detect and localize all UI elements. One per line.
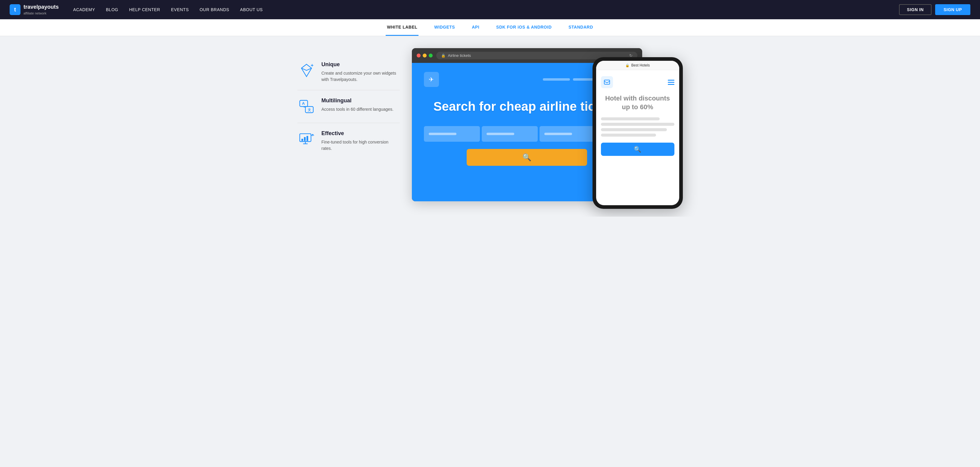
main-content: Unique Create and customize your own wid… — [279, 36, 701, 217]
feature-unique: Unique Create and customize your own wid… — [298, 54, 400, 90]
placeholder-3 — [544, 133, 572, 135]
mobile-inner: 🔒 Best Hotels — [596, 61, 679, 205]
svg-rect-13 — [304, 137, 305, 141]
nav-brands[interactable]: OUR BRANDS — [200, 7, 229, 12]
svg-point-0 — [311, 65, 313, 66]
tab-api[interactable]: API — [471, 19, 480, 36]
brand-name: travelpayouts — [24, 4, 59, 10]
unique-text: Unique Create and customize your own wid… — [321, 61, 400, 83]
effective-description: Fine-tuned tools for high conversion rat… — [321, 139, 400, 152]
unique-icon — [298, 61, 315, 79]
unique-description: Create and customize your own widgets wi… — [321, 70, 400, 83]
svg-text:A: A — [302, 101, 305, 106]
h-line-3 — [668, 84, 675, 85]
mobile-content: Hotel with discounts up to 60% 🔍 — [596, 70, 679, 162]
mobile-header — [601, 76, 675, 88]
effective-text: Effective Fine-tuned tools for high conv… — [321, 130, 400, 152]
dot-green[interactable] — [429, 54, 433, 57]
unique-title: Unique — [321, 61, 400, 68]
multilingual-text: Multilingual Access tools in 60 differen… — [321, 97, 393, 113]
mobile-statusbar: 🔒 Best Hotels — [596, 61, 679, 70]
effective-icon — [298, 130, 315, 148]
placeholder-1 — [429, 133, 457, 135]
mobile-hero-title: Hotel with discounts up to 60% — [601, 94, 675, 111]
dot-red[interactable] — [417, 54, 421, 57]
multilingual-description: Access tools in 60 different languages. — [321, 106, 393, 113]
navbar: t travelpayouts affiliate network ACADEM… — [0, 0, 980, 19]
hamburger-menu[interactable] — [668, 80, 675, 85]
svg-rect-14 — [307, 136, 308, 141]
mobile-logo — [601, 76, 613, 88]
signin-button[interactable]: SIGN IN — [899, 4, 932, 15]
h-line-2 — [668, 82, 675, 83]
brand-subtitle: affiliate network — [24, 11, 46, 15]
site-logo: ✈ — [424, 72, 439, 87]
m-line-4 — [601, 133, 656, 137]
tabs-bar: WHITE LABEL WIDGETS API SDK FOR iOS & AN… — [0, 19, 980, 36]
tab-standard[interactable]: STANDARD — [567, 19, 594, 36]
search-icon: 🔍 — [522, 153, 531, 162]
tab-widgets[interactable]: WIDGETS — [433, 19, 456, 36]
mobile-search-button[interactable]: 🔍 — [601, 143, 675, 156]
search-input-2[interactable] — [482, 126, 538, 142]
nav-academy[interactable]: ACADEMY — [73, 7, 95, 12]
search-button[interactable]: 🔍 — [467, 149, 587, 166]
feature-multilingual: A 文 Multilingual Access tools in 60 diff… — [298, 90, 400, 123]
svg-rect-12 — [301, 139, 303, 141]
mobile-lock-icon: 🔒 — [625, 64, 630, 67]
search-input-3[interactable] — [539, 126, 595, 142]
tab-sdk[interactable]: SDK FOR iOS & ANDROID — [495, 19, 553, 36]
mobile-search-icon: 🔍 — [634, 146, 641, 153]
multilingual-icon: A 文 — [298, 97, 315, 116]
lock-icon: 🔒 — [441, 54, 445, 58]
h-line-1 — [668, 80, 675, 81]
search-input-1[interactable] — [424, 126, 480, 142]
nav-links: ACADEMY BLOG HELP CENTER EVENTS OUR BRAN… — [73, 7, 899, 12]
browser-url-text: Airline tickets — [448, 53, 471, 58]
m-line-1 — [601, 118, 660, 120]
effective-title: Effective — [321, 130, 400, 137]
mobile-url-text: Best Hotels — [632, 63, 650, 67]
m-line-3 — [601, 128, 667, 131]
nav-actions: SIGN IN SIGN UP — [899, 4, 970, 15]
browser-dots — [417, 54, 433, 57]
logo[interactable]: t travelpayouts affiliate network — [10, 4, 59, 16]
nav-help-center[interactable]: HELP CENTER — [129, 7, 160, 12]
nav-events[interactable]: EVENTS — [171, 7, 189, 12]
logo-text: travelpayouts affiliate network — [24, 4, 59, 16]
tab-white-label[interactable]: WHITE LABEL — [386, 19, 418, 36]
placeholder-2 — [487, 133, 514, 135]
mockup-panel: 🔒 Airline tickets ↻ ✈ Search for cheap — [412, 48, 683, 205]
dot-yellow[interactable] — [423, 54, 426, 57]
multilingual-title: Multilingual — [321, 97, 393, 104]
nav-about[interactable]: ABOUT US — [240, 7, 262, 12]
feature-effective: Effective Fine-tuned tools for high conv… — [298, 123, 400, 159]
features-panel: Unique Create and customize your own wid… — [298, 48, 400, 205]
nav-line-1 — [543, 78, 570, 81]
signup-button[interactable]: SIGN UP — [935, 4, 970, 15]
mobile-mockup: 🔒 Best Hotels — [592, 57, 683, 209]
m-line-2 — [601, 123, 675, 126]
mobile-loading-lines — [601, 118, 675, 137]
svg-rect-15 — [604, 80, 610, 84]
nav-blog[interactable]: BLOG — [106, 7, 118, 12]
logo-icon: t — [10, 4, 21, 15]
svg-text:文: 文 — [307, 108, 311, 112]
